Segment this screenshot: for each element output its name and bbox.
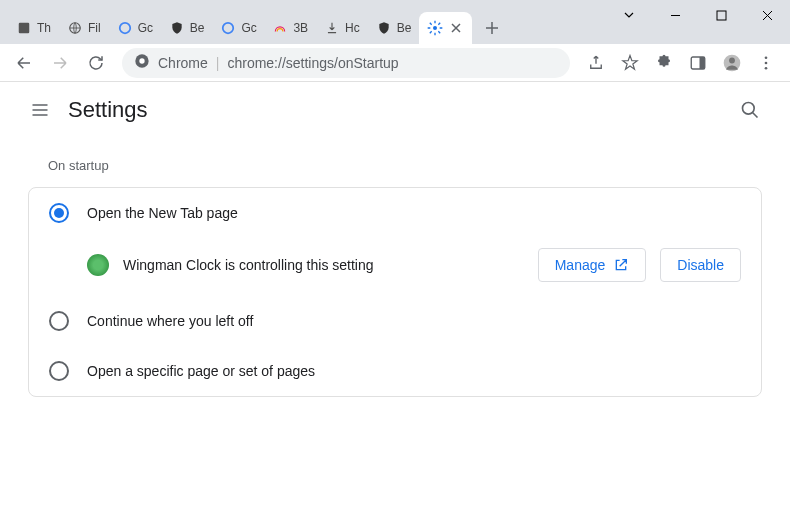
page-title: Settings	[68, 97, 148, 123]
tab-6[interactable]: Hc	[316, 12, 368, 44]
toolbar-actions	[580, 47, 782, 79]
disable-button-label: Disable	[677, 257, 724, 273]
option-label: Open the New Tab page	[87, 205, 238, 221]
extension-app-icon	[87, 254, 109, 276]
omnibox-prefix: Chrome	[158, 55, 208, 71]
settings-page: Settings On startup Open the New Tab pag…	[0, 82, 790, 397]
profile-avatar-icon[interactable]	[716, 47, 748, 79]
maximize-button[interactable]	[698, 0, 744, 30]
back-button[interactable]	[8, 47, 40, 79]
option-label: Continue where you left off	[87, 313, 253, 329]
tab-strip: Th Fil Gc Be Gc	[8, 0, 506, 44]
search-icon[interactable]	[730, 90, 770, 130]
omnibox-url: chrome://settings/onStartup	[227, 55, 398, 71]
svg-point-4	[433, 26, 437, 30]
svg-point-2	[119, 23, 130, 34]
tab-label: Gc	[241, 21, 256, 35]
chrome-product-icon	[134, 53, 150, 72]
tab-2[interactable]: Gc	[109, 12, 161, 44]
tab-7[interactable]: Be	[368, 12, 420, 44]
tab-label: Hc	[345, 21, 360, 35]
manage-button[interactable]: Manage	[538, 248, 647, 282]
reload-button[interactable]	[80, 47, 112, 79]
extensions-puzzle-icon[interactable]	[648, 47, 680, 79]
favicon-shield-icon	[169, 20, 185, 36]
address-bar[interactable]: Chrome | chrome://settings/onStartup	[122, 48, 570, 78]
close-window-button[interactable]	[744, 0, 790, 30]
tab-1[interactable]: Fil	[59, 12, 109, 44]
favicon-shield-icon	[376, 20, 392, 36]
radio-unselected-icon[interactable]	[49, 361, 69, 381]
browser-toolbar: Chrome | chrome://settings/onStartup	[0, 44, 790, 82]
tab-label: Fil	[88, 21, 101, 35]
tab-label: Gc	[138, 21, 153, 35]
favicon-google-icon	[117, 20, 133, 36]
window-controls	[606, 0, 790, 30]
forward-button[interactable]	[44, 47, 76, 79]
side-panel-icon[interactable]	[682, 47, 714, 79]
favicon-download-icon	[324, 20, 340, 36]
settings-header: Settings	[0, 82, 790, 138]
option-continue[interactable]: Continue where you left off	[29, 296, 761, 346]
section-title: On startup	[28, 158, 762, 173]
svg-point-7	[139, 58, 144, 63]
browser-titlebar: Th Fil Gc Be Gc	[0, 0, 790, 44]
tab-5[interactable]: 3B	[264, 12, 316, 44]
tab-3[interactable]: Be	[161, 12, 213, 44]
close-tab-icon[interactable]	[448, 20, 464, 36]
favicon-rainbow-icon	[272, 20, 288, 36]
external-link-icon	[613, 257, 629, 273]
manage-button-label: Manage	[555, 257, 606, 273]
chevron-down-icon[interactable]	[606, 0, 652, 30]
option-label: Open a specific page or set of pages	[87, 363, 315, 379]
tab-settings-active[interactable]	[419, 12, 472, 44]
new-tab-button[interactable]	[478, 14, 506, 42]
favicon-gear-icon	[427, 20, 443, 36]
favicon-generic-icon	[16, 20, 32, 36]
svg-point-12	[765, 56, 768, 59]
svg-point-15	[743, 103, 755, 115]
minimize-button[interactable]	[652, 0, 698, 30]
svg-point-13	[765, 61, 768, 64]
tab-4[interactable]: Gc	[212, 12, 264, 44]
bookmark-star-icon[interactable]	[614, 47, 646, 79]
tab-label: Be	[397, 21, 412, 35]
extension-notice-text: Wingman Clock is controlling this settin…	[123, 257, 524, 273]
svg-point-3	[223, 23, 234, 34]
svg-rect-5	[717, 11, 726, 20]
tab-0[interactable]: Th	[8, 12, 59, 44]
favicon-globe-icon	[67, 20, 83, 36]
share-icon[interactable]	[580, 47, 612, 79]
svg-rect-0	[19, 23, 30, 34]
tab-label: Be	[190, 21, 205, 35]
radio-unselected-icon[interactable]	[49, 311, 69, 331]
tab-label: 3B	[293, 21, 308, 35]
svg-rect-9	[700, 57, 705, 69]
svg-point-14	[765, 66, 768, 69]
settings-content: On startup Open the New Tab page Wingman…	[0, 138, 790, 397]
option-specific-pages[interactable]: Open a specific page or set of pages	[29, 346, 761, 396]
kebab-menu-icon[interactable]	[750, 47, 782, 79]
menu-hamburger-icon[interactable]	[20, 90, 60, 130]
svg-point-11	[729, 57, 735, 63]
disable-button[interactable]: Disable	[660, 248, 741, 282]
tab-label: Th	[37, 21, 51, 35]
option-new-tab[interactable]: Open the New Tab page	[29, 188, 761, 238]
favicon-google-icon	[220, 20, 236, 36]
omnibox-separator: |	[216, 55, 220, 71]
startup-card: Open the New Tab page Wingman Clock is c…	[28, 187, 762, 397]
radio-selected-icon[interactable]	[49, 203, 69, 223]
extension-notice: Wingman Clock is controlling this settin…	[29, 238, 761, 296]
